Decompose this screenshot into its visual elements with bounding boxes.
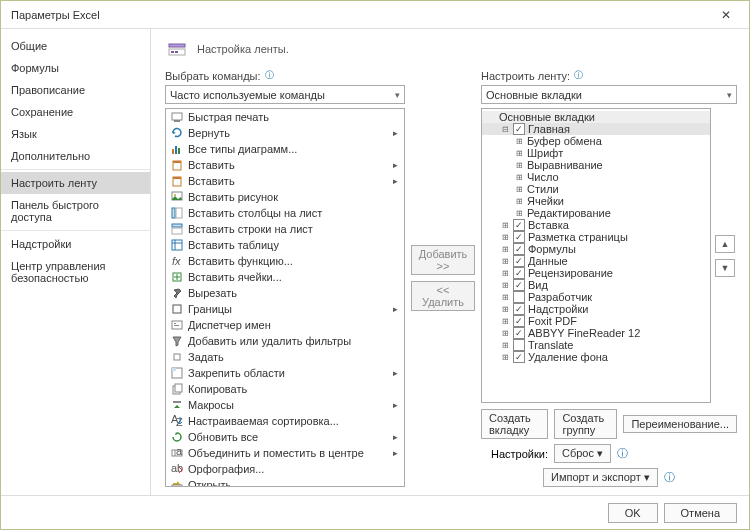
sidebar-item[interactable]: Общие: [1, 35, 150, 57]
expand-icon[interactable]: ⊞: [500, 245, 510, 254]
command-item[interactable]: Вставить столбцы на лист: [166, 205, 404, 221]
remove-button[interactable]: << Удалить: [411, 281, 475, 311]
tree-node[interactable]: ⊞Разметка страницы: [482, 231, 710, 243]
tree-node[interactable]: ⊞Ячейки: [482, 195, 710, 207]
checkbox[interactable]: [513, 303, 525, 315]
command-item[interactable]: Копировать: [166, 381, 404, 397]
tree-node[interactable]: ⊞Формулы: [482, 243, 710, 255]
tree-node[interactable]: ⊞Translate: [482, 339, 710, 351]
expand-icon[interactable]: ⊞: [514, 197, 524, 206]
command-item[interactable]: Диспетчер имен: [166, 317, 404, 333]
command-item[interactable]: Закрепить области▸: [166, 365, 404, 381]
expand-icon[interactable]: ⊞: [500, 305, 510, 314]
command-item[interactable]: Открыть: [166, 477, 404, 487]
close-icon[interactable]: ✕: [711, 8, 741, 22]
expand-icon[interactable]: ⊞: [514, 137, 524, 146]
checkbox[interactable]: [513, 219, 525, 231]
command-item[interactable]: Вставить▸: [166, 173, 404, 189]
command-item[interactable]: Макросы▸: [166, 397, 404, 413]
sidebar-item[interactable]: Настроить ленту: [1, 172, 150, 194]
command-item[interactable]: fxВставить функцию...: [166, 253, 404, 269]
expand-icon[interactable]: ⊞: [514, 185, 524, 194]
tree-node[interactable]: ⊞ABBYY FineReader 12: [482, 327, 710, 339]
add-button[interactable]: Добавить >>: [411, 245, 475, 275]
cancel-button[interactable]: Отмена: [664, 503, 737, 523]
reset-button[interactable]: Сброс ▾: [554, 444, 611, 463]
command-item[interactable]: Быстрая печать: [166, 109, 404, 125]
choose-commands-select[interactable]: Часто используемые команды▾: [165, 85, 405, 104]
expand-icon[interactable]: ⊞: [500, 317, 510, 326]
command-item[interactable]: Вставить▸: [166, 157, 404, 173]
command-item[interactable]: Границы▸: [166, 301, 404, 317]
new-tab-button[interactable]: Создать вкладку: [481, 409, 548, 439]
expand-icon[interactable]: ⊞: [514, 161, 524, 170]
info-icon[interactable]: ⓘ: [265, 69, 274, 82]
sidebar-item[interactable]: Правописание: [1, 79, 150, 101]
import-export-button[interactable]: Импорт и экспорт ▾: [543, 468, 658, 487]
tree-node[interactable]: ⊞Редактирование: [482, 207, 710, 219]
tree-node[interactable]: ⊞Рецензирование: [482, 267, 710, 279]
sidebar-item[interactable]: Надстройки: [1, 233, 150, 255]
tree-node[interactable]: ⊟Главная: [482, 123, 710, 135]
command-item[interactable]: Вставить таблицу: [166, 237, 404, 253]
checkbox[interactable]: [513, 255, 525, 267]
expand-icon[interactable]: ⊞: [500, 353, 510, 362]
tree-node[interactable]: ⊞Число: [482, 171, 710, 183]
tree-node[interactable]: ⊞Удаление фона: [482, 351, 710, 363]
sidebar-item[interactable]: Панель быстрого доступа: [1, 194, 150, 228]
new-group-button[interactable]: Создать группу: [554, 409, 617, 439]
sidebar-item[interactable]: Дополнительно: [1, 145, 150, 167]
expand-icon[interactable]: ⊞: [514, 173, 524, 182]
command-item[interactable]: Вырезать: [166, 285, 404, 301]
command-item[interactable]: aОбъединить и поместить в центре▸: [166, 445, 404, 461]
command-item[interactable]: Добавить или удалить фильтры: [166, 333, 404, 349]
expand-icon[interactable]: ⊞: [500, 233, 510, 242]
expand-icon[interactable]: ⊞: [500, 221, 510, 230]
ok-button[interactable]: OK: [608, 503, 658, 523]
command-item[interactable]: Обновить все▸: [166, 429, 404, 445]
checkbox[interactable]: [513, 279, 525, 291]
expand-icon[interactable]: ⊞: [500, 257, 510, 266]
move-up-button[interactable]: ▲: [715, 235, 735, 253]
tree-node[interactable]: ⊞Вставка: [482, 219, 710, 231]
checkbox[interactable]: [513, 339, 525, 351]
command-item[interactable]: abОрфография...: [166, 461, 404, 477]
checkbox[interactable]: [513, 315, 525, 327]
tree-node[interactable]: ⊞Шрифт: [482, 147, 710, 159]
tree-node[interactable]: ⊞Буфер обмена: [482, 135, 710, 147]
info-icon[interactable]: ⓘ: [664, 470, 675, 485]
checkbox[interactable]: [513, 291, 525, 303]
checkbox[interactable]: [513, 351, 525, 363]
checkbox[interactable]: [513, 243, 525, 255]
commands-listbox[interactable]: Быстрая печатьВернуть▸Все типы диаграмм.…: [165, 108, 405, 487]
customize-ribbon-select[interactable]: Основные вкладки▾: [481, 85, 737, 104]
expand-icon[interactable]: ⊞: [500, 293, 510, 302]
expand-icon[interactable]: ⊞: [514, 209, 524, 218]
sidebar-item[interactable]: Сохранение: [1, 101, 150, 123]
sidebar-item[interactable]: Центр управления безопасностью: [1, 255, 150, 289]
ribbon-tree[interactable]: Основные вкладки⊟Главная⊞Буфер обмена⊞Шр…: [481, 108, 711, 403]
tree-node[interactable]: ⊞Данные: [482, 255, 710, 267]
tree-node[interactable]: ⊞Foxit PDF: [482, 315, 710, 327]
expand-icon[interactable]: ⊞: [514, 149, 524, 158]
tree-node[interactable]: ⊞Разработчик: [482, 291, 710, 303]
tree-node[interactable]: ⊞Вид: [482, 279, 710, 291]
command-item[interactable]: Вставить рисунок: [166, 189, 404, 205]
expand-icon[interactable]: ⊞: [500, 269, 510, 278]
command-item[interactable]: Вернуть▸: [166, 125, 404, 141]
sidebar-item[interactable]: Формулы: [1, 57, 150, 79]
expand-icon[interactable]: ⊟: [500, 125, 510, 134]
move-down-button[interactable]: ▼: [715, 259, 735, 277]
tree-header[interactable]: Основные вкладки: [482, 111, 710, 123]
rename-button[interactable]: Переименование...: [623, 415, 737, 433]
command-item[interactable]: Вставить ячейки...: [166, 269, 404, 285]
checkbox[interactable]: [513, 231, 525, 243]
expand-icon[interactable]: ⊞: [500, 329, 510, 338]
checkbox[interactable]: [513, 123, 525, 135]
info-icon[interactable]: ⓘ: [617, 446, 628, 461]
command-item[interactable]: Все типы диаграмм...: [166, 141, 404, 157]
tree-node[interactable]: ⊞Выравнивание: [482, 159, 710, 171]
command-item[interactable]: Задать: [166, 349, 404, 365]
expand-icon[interactable]: ⊞: [500, 281, 510, 290]
sidebar-item[interactable]: Язык: [1, 123, 150, 145]
